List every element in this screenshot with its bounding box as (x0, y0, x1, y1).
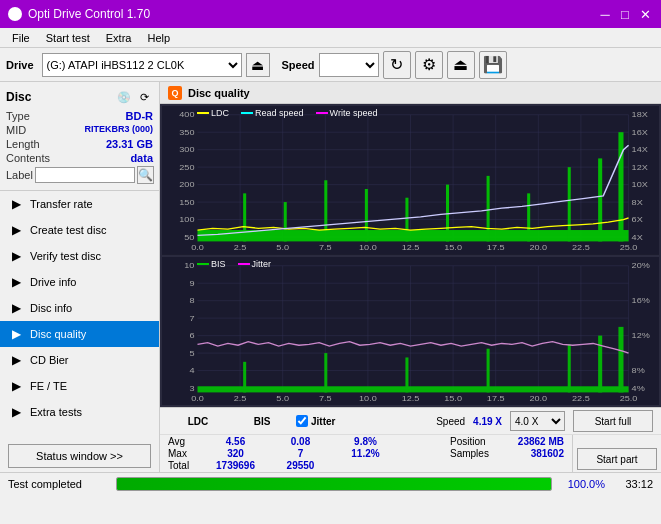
progress-bar-fill (117, 478, 551, 490)
type-value: BD-R (126, 110, 154, 122)
jitter-checkbox[interactable] (296, 415, 308, 427)
svg-text:7.5: 7.5 (319, 393, 332, 402)
status-bar: Test completed 100.0% 33:12 (0, 472, 661, 494)
svg-text:10.0: 10.0 (359, 243, 377, 252)
svg-text:20.0: 20.0 (529, 243, 547, 252)
svg-text:12.5: 12.5 (402, 393, 420, 402)
svg-text:16X: 16X (632, 127, 649, 136)
svg-text:12.5: 12.5 (402, 243, 420, 252)
svg-rect-102 (243, 361, 246, 392)
svg-text:250: 250 (179, 162, 194, 171)
settings-button[interactable]: ⚙ (415, 51, 443, 79)
svg-rect-54 (527, 193, 530, 241)
nav-transfer-rate[interactable]: ▶ Transfer rate (0, 191, 159, 217)
svg-rect-46 (198, 230, 629, 241)
disc-icon1[interactable]: 💿 (115, 88, 133, 106)
cd-bier-icon: ▶ (8, 352, 24, 368)
nav-extra-tests[interactable]: ▶ Extra tests (0, 399, 159, 425)
svg-rect-47 (243, 193, 246, 241)
contents-label: Contents (6, 152, 50, 164)
avg-label: Avg (168, 436, 203, 447)
start-part-button[interactable]: Start part (577, 448, 657, 470)
svg-text:6: 6 (189, 330, 194, 339)
drive-info-icon: ▶ (8, 274, 24, 290)
menu-bar: File Start test Extra Help (0, 28, 661, 48)
svg-text:50: 50 (184, 232, 194, 241)
svg-text:15.0: 15.0 (444, 393, 462, 402)
nav-create-test-disc[interactable]: ▶ Create test disc (0, 217, 159, 243)
svg-text:22.5: 22.5 (572, 393, 590, 402)
svg-rect-105 (487, 348, 490, 392)
nav-fe-te-label: FE / TE (30, 380, 67, 392)
samples-label: Samples (450, 448, 489, 459)
menu-extra[interactable]: Extra (98, 28, 140, 47)
nav-cd-bier[interactable]: ▶ CD Bier (0, 347, 159, 373)
svg-text:18X: 18X (632, 110, 649, 119)
nav-disc-info-label: Disc info (30, 302, 72, 314)
nav-extra-tests-label: Extra tests (30, 406, 82, 418)
svg-text:0.0: 0.0 (191, 243, 204, 252)
eject-button[interactable]: ⏏ (246, 53, 270, 77)
label-input[interactable] (35, 167, 135, 183)
maximize-button[interactable]: □ (617, 6, 633, 22)
svg-text:16%: 16% (632, 295, 651, 304)
speed-select[interactable]: 4.0 X (510, 411, 565, 431)
svg-text:14X: 14X (632, 145, 649, 154)
nav-transfer-rate-label: Transfer rate (30, 198, 93, 210)
nav-fe-te[interactable]: ▶ FE / TE (0, 373, 159, 399)
jitter-legend: Jitter (238, 259, 272, 269)
svg-rect-108 (618, 326, 623, 392)
nav-disc-info[interactable]: ▶ Disc info (0, 295, 159, 321)
svg-rect-56 (598, 158, 602, 241)
svg-text:17.5: 17.5 (487, 393, 505, 402)
svg-rect-57 (618, 132, 623, 241)
svg-text:12%: 12% (632, 330, 651, 339)
minimize-button[interactable]: ─ (597, 6, 613, 22)
nav-create-test-disc-label: Create test disc (30, 224, 106, 236)
avg-ldc: 4.56 (203, 436, 268, 447)
nav-drive-info-label: Drive info (30, 276, 76, 288)
speed-select[interactable]: 4.0 X (319, 53, 379, 77)
progress-bar-container (116, 477, 552, 491)
speed-label: Speed (436, 416, 465, 427)
svg-rect-101 (198, 386, 629, 392)
svg-text:350: 350 (179, 127, 194, 136)
disc-icon2[interactable]: ⟳ (135, 88, 153, 106)
nav-verify-test-disc[interactable]: ▶ Verify test disc (0, 243, 159, 269)
svg-rect-55 (568, 167, 571, 241)
eject2-button[interactable]: ⏏ (447, 51, 475, 79)
menu-help[interactable]: Help (139, 28, 178, 47)
speed-value: 4.19 X (473, 416, 502, 427)
bottom-chart: 10 9 8 7 6 5 4 3 20% 16% 12% 8% (162, 257, 659, 406)
max-bis: 7 (268, 448, 333, 459)
contents-value: data (130, 152, 153, 164)
label-search-button[interactable]: 🔍 (137, 166, 154, 184)
bis-header: BIS (232, 416, 292, 427)
refresh-button[interactable]: ↻ (383, 51, 411, 79)
drive-select[interactable]: (G:) ATAPI iHBS112 2 CL0K (42, 53, 242, 77)
svg-text:15.0: 15.0 (444, 243, 462, 252)
svg-text:17.5: 17.5 (487, 243, 505, 252)
disc-quality-icon-badge: Q (168, 86, 182, 100)
disc-title: Disc (6, 90, 31, 104)
svg-rect-104 (405, 357, 408, 392)
create-test-disc-icon: ▶ (8, 222, 24, 238)
nav-disc-quality[interactable]: ▶ Disc quality (0, 321, 159, 347)
start-full-button[interactable]: Start full (573, 410, 653, 432)
status-window-button[interactable]: Status window >> (8, 444, 151, 468)
save-button[interactable]: 💾 (479, 51, 507, 79)
svg-text:300: 300 (179, 145, 194, 154)
svg-text:400: 400 (179, 110, 194, 119)
app-icon (8, 7, 22, 21)
bis-legend: BIS (197, 259, 226, 269)
menu-start-test[interactable]: Start test (38, 28, 98, 47)
svg-text:12X: 12X (632, 162, 649, 171)
menu-file[interactable]: File (4, 28, 38, 47)
svg-text:25.0: 25.0 (620, 393, 638, 402)
close-button[interactable]: ✕ (637, 6, 653, 22)
sidebar: Disc 💿 ⟳ Type BD-R MID RITEKBR3 (000) Le… (0, 82, 160, 472)
nav-drive-info[interactable]: ▶ Drive info (0, 269, 159, 295)
svg-text:3: 3 (189, 383, 194, 392)
svg-text:8X: 8X (632, 197, 643, 206)
svg-text:2.5: 2.5 (234, 243, 247, 252)
